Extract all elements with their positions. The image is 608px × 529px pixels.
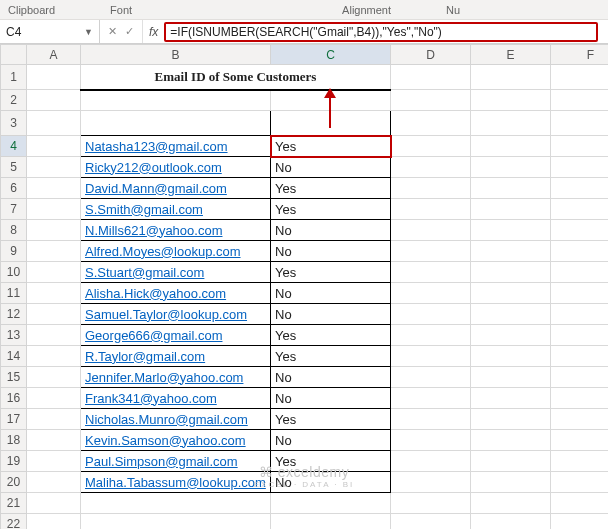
cell-F4[interactable] [551,136,609,157]
email-cell-16[interactable]: Frank341@yahoo.com [81,388,271,409]
col-header-B[interactable]: B [81,45,271,65]
cell-E21[interactable] [471,493,551,514]
cell-A21[interactable] [27,493,81,514]
cell-F13[interactable] [551,325,609,346]
cell-D3[interactable] [391,111,471,136]
cell-F15[interactable] [551,367,609,388]
cell-A5[interactable] [27,157,81,178]
cell-C2[interactable] [271,90,391,111]
cell-D5[interactable] [391,157,471,178]
cell-F14[interactable] [551,346,609,367]
cell-B22[interactable] [81,514,271,530]
result-cell-18[interactable]: No [271,430,391,451]
cell-A15[interactable] [27,367,81,388]
cell-E3[interactable] [471,111,551,136]
cell-E4[interactable] [471,136,551,157]
row-header-6[interactable]: 6 [1,178,27,199]
email-cell-19[interactable]: Paul.Simpson@gmail.com [81,451,271,472]
row-header-16[interactable]: 16 [1,388,27,409]
result-cell-16[interactable]: No [271,388,391,409]
cell-F2[interactable] [551,90,609,111]
header-check[interactable]: Gmail or Not [271,111,391,136]
cell-E15[interactable] [471,367,551,388]
cell-D10[interactable] [391,262,471,283]
row-header-7[interactable]: 7 [1,199,27,220]
result-cell-14[interactable]: Yes [271,346,391,367]
cell-B2[interactable] [81,90,271,111]
result-cell-11[interactable]: No [271,283,391,304]
cell-E17[interactable] [471,409,551,430]
result-cell-19[interactable]: Yes [271,451,391,472]
cell-D14[interactable] [391,346,471,367]
cell-F19[interactable] [551,451,609,472]
email-cell-4[interactable]: Natasha123@gmail.com [81,136,271,157]
col-header-A[interactable]: A [27,45,81,65]
cell-A7[interactable] [27,199,81,220]
cell-A12[interactable] [27,304,81,325]
cell-F11[interactable] [551,283,609,304]
email-cell-18[interactable]: Kevin.Samson@yahoo.com [81,430,271,451]
email-cell-12[interactable]: Samuel.Taylor@lookup.com [81,304,271,325]
email-cell-14[interactable]: R.Taylor@gmail.com [81,346,271,367]
result-cell-10[interactable]: Yes [271,262,391,283]
cell-E13[interactable] [471,325,551,346]
cell-D1[interactable] [391,65,471,90]
col-header-F[interactable]: F [551,45,609,65]
cell-D16[interactable] [391,388,471,409]
cell-E10[interactable] [471,262,551,283]
row-header-8[interactable]: 8 [1,220,27,241]
result-cell-6[interactable]: Yes [271,178,391,199]
cell-A3[interactable] [27,111,81,136]
cell-E14[interactable] [471,346,551,367]
cell-D12[interactable] [391,304,471,325]
cell-E11[interactable] [471,283,551,304]
cell-D9[interactable] [391,241,471,262]
cell-F16[interactable] [551,388,609,409]
row-header-9[interactable]: 9 [1,241,27,262]
result-cell-8[interactable]: No [271,220,391,241]
email-cell-9[interactable]: Alfred.Moyes@lookup.com [81,241,271,262]
row-header-13[interactable]: 13 [1,325,27,346]
email-cell-5[interactable]: Ricky212@outlook.com [81,157,271,178]
cell-A20[interactable] [27,472,81,493]
cell-E22[interactable] [471,514,551,530]
row-header-18[interactable]: 18 [1,430,27,451]
cell-F10[interactable] [551,262,609,283]
result-cell-15[interactable]: No [271,367,391,388]
cell-E20[interactable] [471,472,551,493]
email-cell-6[interactable]: David.Mann@gmail.com [81,178,271,199]
cell-B21[interactable] [81,493,271,514]
cell-D22[interactable] [391,514,471,530]
email-cell-13[interactable]: George666@gmail.com [81,325,271,346]
cell-D20[interactable] [391,472,471,493]
cell-E1[interactable] [471,65,551,90]
cell-F21[interactable] [551,493,609,514]
cell-D13[interactable] [391,325,471,346]
row-header-3[interactable]: 3 [1,111,27,136]
cell-E6[interactable] [471,178,551,199]
row-header-17[interactable]: 17 [1,409,27,430]
name-box[interactable]: C4 ▼ [0,20,100,43]
result-cell-13[interactable]: Yes [271,325,391,346]
row-header-10[interactable]: 10 [1,262,27,283]
row-header-2[interactable]: 2 [1,90,27,111]
row-header-14[interactable]: 14 [1,346,27,367]
header-email[interactable]: Email ID [81,111,271,136]
cell-E5[interactable] [471,157,551,178]
row-header-5[interactable]: 5 [1,157,27,178]
cell-D8[interactable] [391,220,471,241]
result-cell-20[interactable]: No [271,472,391,493]
cell-F1[interactable] [551,65,609,90]
cell-F12[interactable] [551,304,609,325]
cell-D2[interactable] [391,90,471,111]
cell-E16[interactable] [471,388,551,409]
enter-icon[interactable]: ✓ [125,25,134,38]
fx-icon[interactable]: fx [143,25,164,39]
result-cell-5[interactable]: No [271,157,391,178]
cell-E2[interactable] [471,90,551,111]
cell-F20[interactable] [551,472,609,493]
cell-C22[interactable] [271,514,391,530]
cell-D15[interactable] [391,367,471,388]
email-cell-11[interactable]: Alisha.Hick@yahoo.com [81,283,271,304]
row-header-11[interactable]: 11 [1,283,27,304]
